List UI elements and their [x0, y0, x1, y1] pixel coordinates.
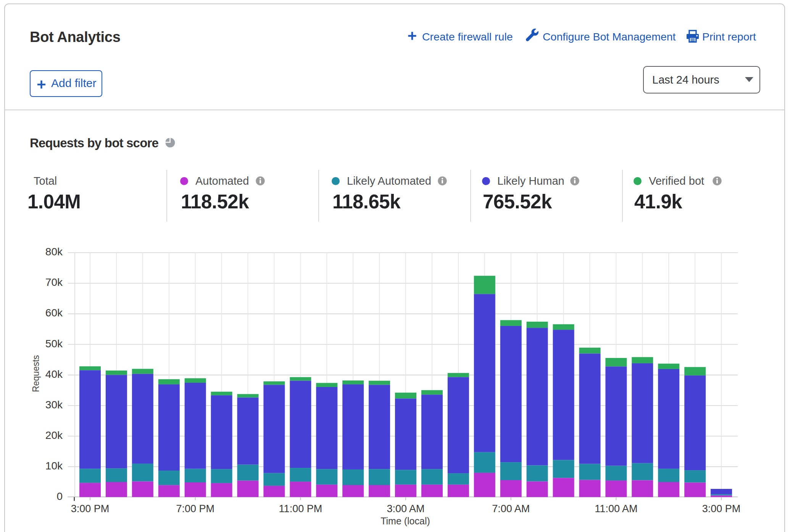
svg-text:30k: 30k [45, 399, 63, 411]
svg-text:3:00 PM: 3:00 PM [71, 503, 110, 514]
svg-text:11:00 PM: 11:00 PM [279, 503, 322, 514]
svg-text:50k: 50k [45, 338, 63, 350]
svg-text:60k: 60k [45, 307, 63, 319]
svg-text:10k: 10k [45, 460, 63, 472]
svg-text:11:00 AM: 11:00 AM [595, 503, 637, 514]
svg-text:20k: 20k [45, 429, 63, 441]
svg-text:3:00 AM: 3:00 AM [387, 503, 424, 514]
svg-text:Requests: Requests [31, 355, 41, 392]
svg-text:7:00 PM: 7:00 PM [176, 503, 214, 514]
svg-text:Time (local): Time (local) [380, 516, 430, 526]
svg-text:40k: 40k [45, 368, 63, 380]
svg-text:3:00 PM: 3:00 PM [702, 503, 741, 514]
svg-text:0: 0 [56, 490, 63, 502]
svg-text:7:00 AM: 7:00 AM [492, 503, 530, 514]
svg-text:80k: 80k [45, 246, 63, 258]
svg-text:70k: 70k [45, 276, 63, 288]
